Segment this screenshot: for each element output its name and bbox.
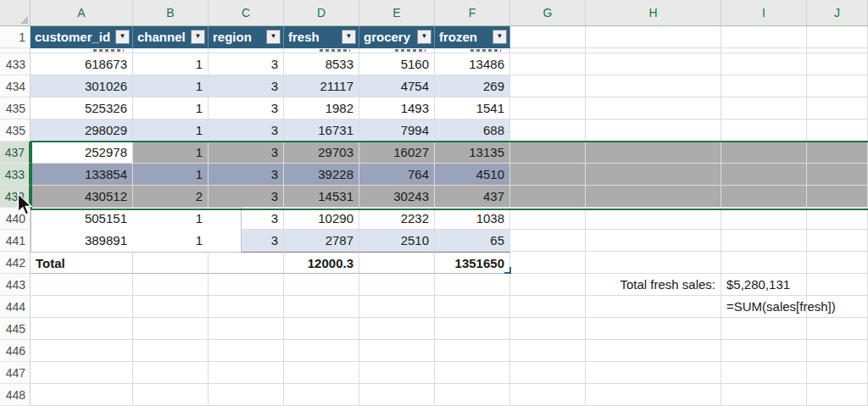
cell-H433[interactable]: [586, 186, 721, 208]
cell-G443[interactable]: [510, 274, 586, 296]
cell-F437[interactable]: 13135: [435, 142, 510, 164]
cell-D443[interactable]: [284, 274, 359, 296]
cell-A445[interactable]: [31, 318, 133, 340]
cell-H435[interactable]: [586, 120, 721, 142]
cell-A448[interactable]: [31, 384, 133, 406]
cell-J435[interactable]: [807, 97, 868, 120]
cell-C435[interactable]: 3: [209, 97, 284, 120]
cell-J433[interactable]: [807, 53, 868, 75]
cell-I443[interactable]: $5,280,131: [721, 274, 807, 296]
cell-H440[interactable]: [586, 208, 721, 230]
row-header-433[interactable]: 433: [0, 186, 31, 208]
cell-D442[interactable]: 12000.3: [284, 252, 359, 274]
cell-I441[interactable]: [721, 230, 807, 252]
cell-A433[interactable]: 133854: [31, 164, 133, 186]
column-header-C[interactable]: C: [209, 0, 284, 25]
cell-D433[interactable]: 14531: [284, 186, 359, 208]
cell-I446[interactable]: [721, 340, 807, 362]
cell-F433[interactable]: 437: [435, 186, 510, 208]
cell-C446[interactable]: [209, 340, 284, 362]
cell-C435[interactable]: 3: [209, 120, 284, 142]
cell-B437[interactable]: 1: [133, 142, 209, 164]
cell-B433[interactable]: 2: [133, 186, 209, 208]
table-header-fresh[interactable]: fresh▼: [284, 26, 359, 48]
cell-F433[interactable]: 4510: [435, 164, 510, 186]
cell-I445[interactable]: [721, 318, 807, 340]
cell-B433[interactable]: 1: [133, 53, 209, 75]
cell-J440[interactable]: [807, 208, 868, 230]
row-header-1[interactable]: 1: [0, 26, 31, 48]
row-header-433[interactable]: 433: [0, 53, 31, 75]
row-header-433[interactable]: 433: [0, 164, 31, 186]
cell-A447[interactable]: [31, 362, 133, 384]
row-header-441[interactable]: 441: [0, 230, 31, 252]
cell-E433[interactable]: 30243: [359, 186, 435, 208]
cell-C445[interactable]: [209, 318, 284, 340]
cell-A433[interactable]: 430512: [31, 186, 133, 208]
cell-C434[interactable]: 3: [209, 75, 284, 97]
cell-G441[interactable]: [510, 230, 586, 252]
cell-E447[interactable]: [359, 362, 435, 384]
cell-C444[interactable]: [209, 296, 284, 318]
column-header-I[interactable]: I: [721, 0, 807, 25]
cell-I444[interactable]: =SUM(sales[fresh]): [721, 296, 807, 318]
cell-J433[interactable]: [807, 164, 868, 186]
cell-C448[interactable]: [209, 384, 284, 406]
cell-D435[interactable]: 16731: [284, 120, 359, 142]
table-header-region[interactable]: region▼: [209, 26, 284, 48]
cell-H446[interactable]: [586, 340, 721, 362]
column-header-E[interactable]: E: [359, 0, 435, 25]
column-header-D[interactable]: D: [284, 0, 359, 25]
row-header-440[interactable]: 440: [0, 208, 31, 230]
cell-A434[interactable]: 301026: [31, 75, 133, 97]
row-header-446[interactable]: 446: [0, 340, 31, 362]
cell-I442[interactable]: [721, 252, 807, 274]
cell-E437[interactable]: 16027: [359, 142, 435, 164]
cell-B447[interactable]: [133, 362, 209, 384]
cell-F440[interactable]: 1038: [435, 208, 510, 230]
cell-G446[interactable]: [510, 340, 586, 362]
column-header-H[interactable]: H: [586, 0, 721, 25]
cell-E444[interactable]: [359, 296, 435, 318]
cell-B433[interactable]: 1: [133, 164, 209, 186]
cell-D435[interactable]: 1982: [284, 97, 359, 120]
table-resize-handle[interactable]: [504, 267, 511, 274]
cell-F442[interactable]: 1351650: [435, 252, 510, 274]
cell-F435[interactable]: 688: [435, 120, 510, 142]
cell-J445[interactable]: [807, 318, 868, 340]
cell-B446[interactable]: [133, 340, 209, 362]
cell-B443[interactable]: [133, 274, 209, 296]
cell-G437[interactable]: [510, 142, 586, 164]
cell-A443[interactable]: [31, 274, 133, 296]
cell-A437[interactable]: 252978: [31, 142, 133, 164]
cell-D448[interactable]: [284, 384, 359, 406]
cell-G435[interactable]: [510, 97, 586, 120]
cell-D437[interactable]: 29703: [284, 142, 359, 164]
cell-C433[interactable]: 3: [209, 164, 284, 186]
cell-G444[interactable]: [510, 296, 586, 318]
cell-F434[interactable]: 269: [435, 75, 510, 97]
cell-E433[interactable]: 5160: [359, 53, 435, 75]
cell-C442[interactable]: [209, 252, 284, 274]
cell-I1[interactable]: [721, 26, 807, 48]
cell-H435[interactable]: [586, 97, 721, 120]
cell-E433[interactable]: 764: [359, 164, 435, 186]
cell-G447[interactable]: [510, 362, 586, 384]
cell-A435[interactable]: 298029: [31, 120, 133, 142]
cell-H1[interactable]: [586, 26, 721, 48]
table-header-customer_id[interactable]: customer_id▼: [31, 26, 133, 48]
row-header-445[interactable]: 445: [0, 318, 31, 340]
column-header-F[interactable]: F: [435, 0, 510, 25]
cell-F433[interactable]: 13486: [435, 53, 510, 75]
cell-H433[interactable]: [586, 53, 721, 75]
filter-dropdown-icon-frozen[interactable]: ▼: [492, 30, 507, 44]
cell-J434[interactable]: [807, 75, 868, 97]
cell-G440[interactable]: [510, 208, 586, 230]
cell-E435[interactable]: 1493: [359, 97, 435, 120]
cell-G442[interactable]: [510, 252, 586, 274]
cell-G435[interactable]: [510, 120, 586, 142]
cell-C437[interactable]: 3: [209, 142, 284, 164]
cell-G433[interactable]: [510, 53, 586, 75]
cell-H437[interactable]: [586, 142, 721, 164]
column-header-A[interactable]: A: [31, 0, 133, 25]
